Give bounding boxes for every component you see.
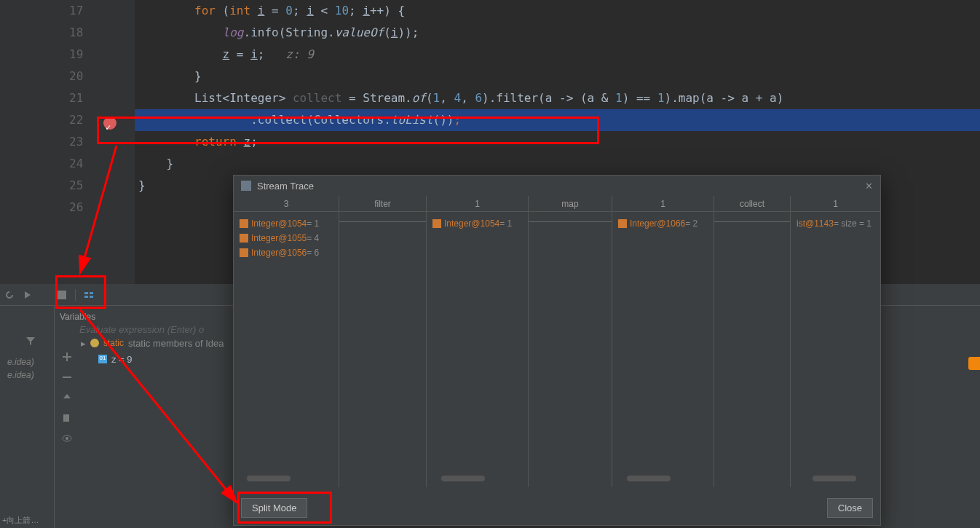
stage-count: 1 bbox=[427, 196, 528, 212]
line-number: 18 bbox=[69, 22, 135, 44]
stage-filter-out: 1 Integer@1054 = 1 bbox=[427, 196, 529, 487]
line-number: 21 bbox=[69, 87, 135, 109]
variables-label: Variables bbox=[60, 312, 95, 322]
stage-result: 1 ist@1143 = size = 1 bbox=[791, 196, 880, 487]
close-icon[interactable]: ✕ bbox=[865, 181, 873, 192]
add-icon[interactable] bbox=[61, 351, 73, 363]
stream-item[interactable]: ist@1143 = size = 1 bbox=[797, 216, 874, 231]
stage-count: 3 bbox=[234, 196, 339, 212]
stream-item[interactable]: Integer@1054 = 1 bbox=[240, 216, 333, 231]
stage-count: 1 bbox=[612, 196, 714, 212]
annotation-box bbox=[55, 275, 106, 309]
stage-map-out: 1 Integer@1066 = 2 bbox=[612, 196, 714, 487]
line-number: 19 bbox=[69, 44, 135, 66]
frames-rail: e.idea) e.idea) bbox=[0, 306, 55, 528]
stage-label: map bbox=[529, 196, 612, 212]
variable-z: z = 9 bbox=[111, 354, 133, 365]
line-number: 20 bbox=[69, 66, 135, 87]
stage-label: collect bbox=[714, 196, 790, 212]
line-number: 25 bbox=[69, 175, 135, 197]
copy-icon[interactable] bbox=[61, 412, 73, 424]
line-number: 17 bbox=[69, 0, 135, 22]
stage-collect[interactable]: collect bbox=[714, 196, 791, 487]
status-text: +向上箭… bbox=[2, 515, 39, 526]
stream-trace-dialog: Stream Trace ✕ 3 Integer@1054 = 1 Intege… bbox=[233, 175, 881, 526]
remove-icon[interactable] bbox=[61, 371, 73, 383]
frame-label[interactable]: e.idea) bbox=[0, 357, 54, 367]
stream-item[interactable]: Integer@1066 = 2 bbox=[618, 216, 708, 231]
stage-map[interactable]: map bbox=[529, 196, 612, 487]
up-icon[interactable] bbox=[61, 392, 73, 403]
restart-icon[interactable] bbox=[4, 289, 15, 301]
annotation-box bbox=[237, 492, 332, 524]
line-number: 24 bbox=[69, 153, 135, 175]
svg-point-8 bbox=[66, 437, 68, 440]
line-number: 26 bbox=[69, 197, 135, 218]
watch-icon[interactable] bbox=[61, 433, 73, 444]
frame-label[interactable]: e.idea) bbox=[0, 370, 54, 380]
stream-item[interactable]: Integer@1056 = 6 bbox=[240, 245, 333, 260]
scrollbar[interactable] bbox=[627, 476, 671, 481]
stream-item[interactable]: Integer@1054 = 1 bbox=[432, 216, 522, 231]
filter-icon[interactable] bbox=[25, 335, 36, 347]
scrollbar[interactable] bbox=[247, 476, 291, 481]
static-members: static members of Idea bbox=[128, 338, 224, 349]
scrollbar[interactable] bbox=[441, 476, 485, 481]
step-icon[interactable] bbox=[23, 289, 34, 301]
stage-label: filter bbox=[339, 196, 426, 212]
stage-count: 1 bbox=[791, 196, 880, 212]
app-icon bbox=[241, 181, 251, 191]
side-rail bbox=[61, 351, 73, 444]
stage-source: 3 Integer@1054 = 1 Integer@1055 = 4 Inte… bbox=[234, 196, 339, 487]
stream-stages: 3 Integer@1054 = 1 Integer@1055 = 4 Inte… bbox=[234, 196, 880, 487]
svg-rect-6 bbox=[63, 414, 69, 422]
dialog-title-text: Stream Trace bbox=[257, 181, 314, 192]
annotation-box bbox=[97, 117, 599, 144]
stage-filter[interactable]: filter bbox=[339, 196, 427, 487]
notification-badge[interactable] bbox=[968, 357, 980, 370]
stream-item[interactable]: Integer@1055 = 4 bbox=[240, 231, 333, 245]
scrollbar[interactable] bbox=[813, 476, 856, 481]
close-button[interactable]: Close bbox=[827, 498, 873, 518]
svg-rect-5 bbox=[63, 377, 71, 378]
dialog-titlebar: Stream Trace ✕ bbox=[234, 176, 880, 196]
